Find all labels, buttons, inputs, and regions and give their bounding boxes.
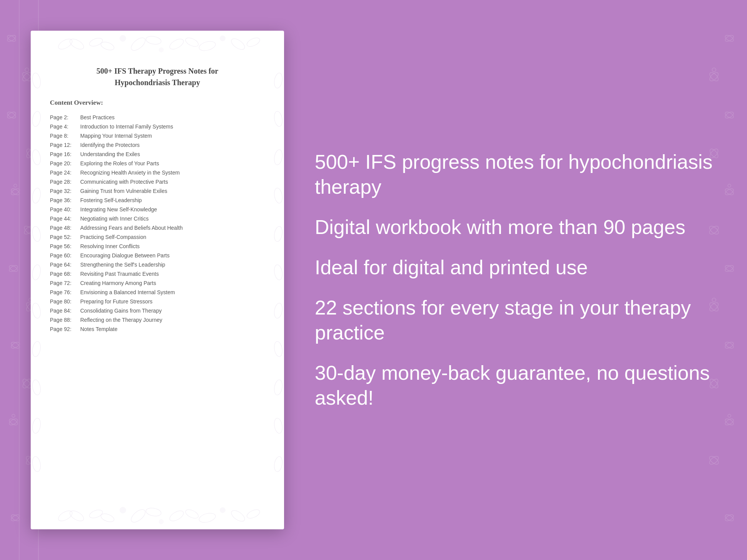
feature-text: 30-day money-back guarantee, no question… (315, 361, 716, 410)
table-of-contents: Page 2:Best PracticesPage 4:Introduction… (50, 113, 265, 334)
toc-page-number: Page 84: (50, 308, 79, 314)
toc-item: Page 80:Preparing for Future Stressors (50, 297, 265, 306)
toc-page-number: Page 60: (50, 252, 79, 259)
toc-page-title: Revisiting Past Traumatic Events (80, 271, 159, 277)
toc-page-number: Page 64: (50, 262, 79, 268)
feature-text: Ideal for digital and printed use (315, 255, 716, 280)
toc-page-title: Encouraging Dialogue Between Parts (80, 252, 170, 259)
feature-text: 22 sections for every stage in your ther… (315, 295, 716, 345)
svg-point-81 (129, 507, 147, 524)
toc-item: Page 24:Recognizing Health Anxiety in th… (50, 168, 265, 177)
toc-page-title: Negotiating with Inner Critics (80, 216, 149, 222)
svg-point-75 (246, 36, 261, 48)
svg-point-111 (273, 456, 284, 473)
svg-point-97 (31, 341, 42, 357)
toc-item: Page 84:Consolidating Gains from Therapy (50, 306, 265, 315)
toc-page-title: Gaining Trust from Vulnerable Exiles (80, 188, 167, 194)
svg-point-105 (273, 226, 284, 242)
toc-item: Page 32:Gaining Trust from Vulnerable Ex… (50, 186, 265, 196)
svg-point-108 (273, 341, 284, 357)
toc-page-title: Practicing Self-Compassion (80, 234, 146, 240)
svg-point-93 (31, 188, 42, 204)
svg-point-82 (145, 507, 162, 517)
toc-item: Page 16:Understanding the Exiles (50, 150, 265, 159)
toc-page-title: Identifying the Protectors (80, 142, 140, 148)
document-title: 500+ IFS Therapy Progress Notes for Hypo… (50, 65, 265, 88)
svg-point-98 (31, 379, 42, 396)
svg-point-74 (230, 36, 246, 51)
toc-page-number: Page 92: (50, 326, 79, 332)
toc-page-title: Consolidating Gains from Therapy (80, 308, 162, 314)
svg-point-64 (88, 36, 104, 48)
toc-page-number: Page 32: (50, 188, 79, 194)
toc-item: Page 60:Encouraging Dialogue Between Par… (50, 251, 265, 260)
toc-page-number: Page 12: (50, 142, 79, 148)
toc-page-number: Page 80: (50, 298, 79, 305)
toc-page-number: Page 72: (50, 280, 79, 286)
toc-page-title: Resolving Inner Conflicts (80, 243, 140, 249)
svg-point-102 (273, 111, 284, 127)
toc-page-title: Integrating New Self-Knowledge (80, 206, 157, 212)
doc-bottom-decoration (31, 502, 284, 529)
svg-point-99 (31, 418, 42, 434)
toc-item: Page 44:Negotiating with Inner Critics (50, 214, 265, 223)
svg-point-87 (220, 507, 225, 513)
svg-point-88 (230, 508, 246, 523)
svg-point-91 (31, 111, 42, 127)
toc-page-title: Understanding the Exiles (80, 151, 140, 157)
content-wrapper: 500+ IFS Therapy Progress Notes for Hypo… (0, 0, 747, 560)
toc-page-number: Page 20: (50, 160, 79, 166)
toc-item: Page 72:Creating Harmony Among Parts (50, 278, 265, 288)
toc-item: Page 8:Mapping Your Internal System (50, 131, 265, 140)
toc-item: Page 88:Reflecting on the Therapy Journe… (50, 315, 265, 324)
toc-page-number: Page 8: (50, 133, 79, 139)
svg-point-78 (88, 508, 104, 519)
toc-page-number: Page 68: (50, 271, 79, 277)
toc-item: Page 36:Fostering Self-Leadership (50, 196, 265, 205)
svg-point-72 (198, 40, 216, 53)
svg-point-66 (120, 35, 126, 41)
toc-page-title: Notes Template (80, 326, 117, 332)
svg-point-68 (145, 35, 162, 46)
toc-item: Page 76:Envisioning a Balanced Internal … (50, 288, 265, 297)
toc-section-title: Content Overview: (50, 99, 265, 107)
svg-point-85 (184, 508, 200, 520)
toc-page-title: Fostering Self-Leadership (80, 197, 142, 203)
svg-point-103 (273, 149, 284, 166)
toc-page-number: Page 16: (50, 151, 79, 157)
toc-page-title: Best Practices (80, 114, 114, 120)
toc-page-number: Page 56: (50, 243, 79, 249)
toc-item: Page 20:Exploring the Roles of Your Part… (50, 159, 265, 168)
svg-point-77 (68, 509, 86, 523)
toc-item: Page 12:Identifying the Protectors (50, 140, 265, 150)
toc-page-title: Introduction to Internal Family Systems (80, 124, 173, 130)
toc-page-title: Preparing for Future Stressors (80, 298, 152, 305)
toc-item: Page 48:Addressing Fears and Beliefs Abo… (50, 223, 265, 232)
toc-page-title: Communicating with Protective Parts (80, 179, 168, 185)
svg-point-110 (273, 418, 284, 434)
svg-point-71 (184, 36, 200, 48)
svg-point-80 (120, 507, 126, 513)
toc-item: Page 92:Notes Template (50, 324, 265, 334)
toc-page-number: Page 44: (50, 216, 79, 222)
toc-page-number: Page 48: (50, 225, 79, 231)
toc-page-title: Exploring the Roles of Your Parts (80, 160, 159, 166)
toc-page-number: Page 88: (50, 317, 79, 323)
toc-page-title: Mapping Your Internal System (80, 133, 152, 139)
svg-point-69 (159, 48, 164, 52)
svg-point-94 (31, 226, 42, 242)
toc-item: Page 64:Strengthening the Self's Leaders… (50, 260, 265, 269)
toc-page-title: Reflecting on the Therapy Journey (80, 317, 162, 323)
toc-item: Page 52:Practicing Self-Compassion (50, 232, 265, 242)
svg-point-109 (273, 379, 284, 396)
toc-page-number: Page 76: (50, 289, 79, 295)
toc-item: Page 4:Introduction to Internal Family S… (50, 122, 265, 131)
toc-item: Page 40:Integrating New Self-Knowledge (50, 205, 265, 214)
toc-page-title: Strengthening the Self's Leadership (80, 262, 165, 268)
svg-point-83 (159, 519, 164, 524)
toc-item: Page 68:Revisiting Past Traumatic Events (50, 269, 265, 278)
doc-top-decoration (31, 31, 284, 58)
toc-page-title: Addressing Fears and Beliefs About Healt… (80, 225, 183, 231)
svg-point-73 (220, 36, 225, 41)
toc-item: Page 56:Resolving Inner Conflicts (50, 242, 265, 251)
